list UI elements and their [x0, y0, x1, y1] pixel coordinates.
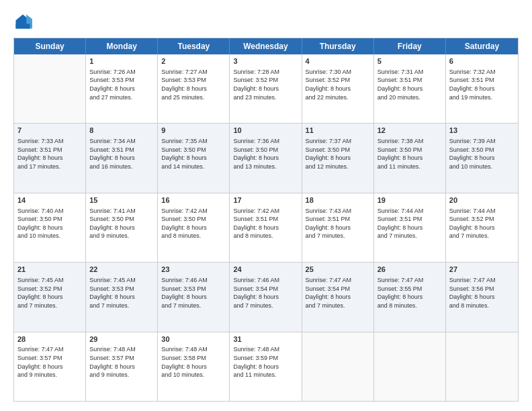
day-info: Sunrise: 7:47 AM Sunset: 3:55 PM Dayligh…: [378, 276, 442, 310]
calendar-cell: 9Sunrise: 7:35 AM Sunset: 3:50 PM Daylig…: [158, 124, 230, 192]
calendar-cell: [14, 54, 86, 123]
calendar-cell: 12Sunrise: 7:38 AM Sunset: 3:50 PM Dayli…: [374, 124, 446, 192]
calendar: SundayMondayTuesdayWednesdayThursdayFrid…: [13, 38, 519, 402]
calendar-cell: 10Sunrise: 7:36 AM Sunset: 3:50 PM Dayli…: [230, 124, 302, 192]
calendar-cell: 3Sunrise: 7:28 AM Sunset: 3:52 PM Daylig…: [230, 54, 302, 123]
calendar-cell: [302, 332, 374, 401]
day-number: 22: [89, 265, 154, 275]
calendar-cell: 22Sunrise: 7:45 AM Sunset: 3:53 PM Dayli…: [86, 263, 158, 331]
calendar-cell: 25Sunrise: 7:47 AM Sunset: 3:54 PM Dayli…: [302, 263, 374, 331]
calendar-row-1: 1Sunrise: 7:26 AM Sunset: 3:53 PM Daylig…: [14, 54, 518, 124]
day-info: Sunrise: 7:47 AM Sunset: 3:54 PM Dayligh…: [306, 276, 370, 310]
calendar-cell: 19Sunrise: 7:44 AM Sunset: 3:51 PM Dayli…: [374, 193, 446, 262]
day-info: Sunrise: 7:44 AM Sunset: 3:51 PM Dayligh…: [378, 207, 442, 240]
calendar-cell: [446, 332, 518, 401]
calendar-cell: 24Sunrise: 7:46 AM Sunset: 3:54 PM Dayli…: [230, 263, 302, 331]
day-number: 28: [17, 334, 82, 345]
calendar-cell: 15Sunrise: 7:41 AM Sunset: 3:50 PM Dayli…: [86, 193, 158, 262]
header-day-tuesday: Tuesday: [158, 38, 230, 54]
day-info: Sunrise: 7:47 AM Sunset: 3:56 PM Dayligh…: [449, 276, 515, 310]
calendar-cell: 8Sunrise: 7:34 AM Sunset: 3:51 PM Daylig…: [86, 124, 158, 192]
calendar-cell: 23Sunrise: 7:46 AM Sunset: 3:53 PM Dayli…: [158, 263, 230, 331]
day-info: Sunrise: 7:47 AM Sunset: 3:57 PM Dayligh…: [17, 345, 82, 379]
calendar-body: 1Sunrise: 7:26 AM Sunset: 3:53 PM Daylig…: [14, 54, 518, 401]
day-info: Sunrise: 7:35 AM Sunset: 3:50 PM Dayligh…: [161, 137, 226, 171]
day-number: 13: [449, 126, 515, 136]
calendar-cell: 6Sunrise: 7:32 AM Sunset: 3:51 PM Daylig…: [446, 54, 518, 123]
day-number: 11: [306, 126, 370, 136]
day-number: 20: [449, 195, 515, 205]
day-info: Sunrise: 7:26 AM Sunset: 3:53 PM Dayligh…: [89, 68, 154, 101]
header-day-sunday: Sunday: [14, 38, 86, 54]
day-number: 10: [233, 126, 298, 136]
calendar-cell: 30Sunrise: 7:48 AM Sunset: 3:58 PM Dayli…: [158, 332, 230, 401]
day-number: 18: [306, 195, 370, 205]
header-day-monday: Monday: [86, 38, 158, 54]
header-day-thursday: Thursday: [302, 38, 374, 54]
day-info: Sunrise: 7:46 AM Sunset: 3:54 PM Dayligh…: [233, 276, 298, 310]
calendar-header: SundayMondayTuesdayWednesdayThursdayFrid…: [14, 38, 518, 54]
calendar-cell: 13Sunrise: 7:39 AM Sunset: 3:50 PM Dayli…: [446, 124, 518, 192]
calendar-cell: 7Sunrise: 7:33 AM Sunset: 3:51 PM Daylig…: [14, 124, 86, 192]
day-number: 17: [233, 195, 298, 205]
logo: [13, 12, 35, 31]
calendar-cell: 4Sunrise: 7:30 AM Sunset: 3:52 PM Daylig…: [302, 54, 374, 123]
day-info: Sunrise: 7:42 AM Sunset: 3:51 PM Dayligh…: [233, 207, 298, 240]
day-info: Sunrise: 7:46 AM Sunset: 3:53 PM Dayligh…: [161, 276, 226, 310]
day-number: 21: [17, 265, 82, 275]
day-number: 16: [161, 195, 226, 205]
calendar-cell: [374, 332, 446, 401]
day-info: Sunrise: 7:36 AM Sunset: 3:50 PM Dayligh…: [233, 137, 298, 171]
header-day-wednesday: Wednesday: [230, 38, 302, 54]
day-info: Sunrise: 7:43 AM Sunset: 3:51 PM Dayligh…: [306, 207, 370, 240]
day-number: 12: [378, 126, 442, 136]
day-info: Sunrise: 7:48 AM Sunset: 3:58 PM Dayligh…: [161, 345, 226, 379]
day-number: 29: [89, 334, 154, 345]
day-info: Sunrise: 7:37 AM Sunset: 3:50 PM Dayligh…: [306, 137, 370, 171]
day-number: 8: [89, 126, 154, 136]
calendar-cell: 31Sunrise: 7:48 AM Sunset: 3:59 PM Dayli…: [230, 332, 302, 401]
header-day-friday: Friday: [374, 38, 446, 54]
calendar-row-4: 21Sunrise: 7:45 AM Sunset: 3:52 PM Dayli…: [14, 263, 518, 332]
day-info: Sunrise: 7:31 AM Sunset: 3:51 PM Dayligh…: [378, 68, 442, 101]
day-info: Sunrise: 7:45 AM Sunset: 3:52 PM Dayligh…: [17, 276, 82, 310]
day-info: Sunrise: 7:30 AM Sunset: 3:52 PM Dayligh…: [306, 68, 370, 101]
calendar-cell: 26Sunrise: 7:47 AM Sunset: 3:55 PM Dayli…: [374, 263, 446, 331]
day-info: Sunrise: 7:38 AM Sunset: 3:50 PM Dayligh…: [378, 137, 442, 171]
day-number: 4: [306, 56, 370, 66]
day-number: 30: [161, 334, 226, 345]
day-info: Sunrise: 7:41 AM Sunset: 3:50 PM Dayligh…: [89, 207, 154, 240]
calendar-cell: 28Sunrise: 7:47 AM Sunset: 3:57 PM Dayli…: [14, 332, 86, 401]
calendar-cell: 21Sunrise: 7:45 AM Sunset: 3:52 PM Dayli…: [14, 263, 86, 331]
calendar-cell: 11Sunrise: 7:37 AM Sunset: 3:50 PM Dayli…: [302, 124, 374, 192]
day-number: 25: [306, 265, 370, 275]
day-info: Sunrise: 7:34 AM Sunset: 3:51 PM Dayligh…: [89, 137, 154, 171]
calendar-cell: 2Sunrise: 7:27 AM Sunset: 3:53 PM Daylig…: [158, 54, 230, 123]
svg-rect-2: [16, 24, 30, 29]
day-info: Sunrise: 7:40 AM Sunset: 3:50 PM Dayligh…: [17, 207, 82, 240]
day-info: Sunrise: 7:45 AM Sunset: 3:53 PM Dayligh…: [89, 276, 154, 310]
day-number: 14: [17, 195, 82, 205]
calendar-cell: 14Sunrise: 7:40 AM Sunset: 3:50 PM Dayli…: [14, 193, 86, 262]
day-number: 24: [233, 265, 298, 275]
day-number: 5: [378, 56, 442, 66]
calendar-cell: 27Sunrise: 7:47 AM Sunset: 3:56 PM Dayli…: [446, 263, 518, 331]
day-info: Sunrise: 7:39 AM Sunset: 3:50 PM Dayligh…: [449, 137, 515, 171]
day-info: Sunrise: 7:33 AM Sunset: 3:51 PM Dayligh…: [17, 137, 82, 171]
header: [13, 12, 519, 31]
calendar-cell: 5Sunrise: 7:31 AM Sunset: 3:51 PM Daylig…: [374, 54, 446, 123]
calendar-cell: 29Sunrise: 7:48 AM Sunset: 3:57 PM Dayli…: [86, 332, 158, 401]
calendar-cell: 17Sunrise: 7:42 AM Sunset: 3:51 PM Dayli…: [230, 193, 302, 262]
day-number: 2: [161, 56, 226, 66]
header-day-saturday: Saturday: [446, 38, 518, 54]
day-info: Sunrise: 7:42 AM Sunset: 3:50 PM Dayligh…: [161, 207, 226, 240]
day-info: Sunrise: 7:28 AM Sunset: 3:52 PM Dayligh…: [233, 68, 298, 101]
day-number: 3: [233, 56, 298, 66]
logo-icon: [13, 12, 32, 31]
calendar-cell: 20Sunrise: 7:44 AM Sunset: 3:52 PM Dayli…: [446, 193, 518, 262]
calendar-row-2: 7Sunrise: 7:33 AM Sunset: 3:51 PM Daylig…: [14, 124, 518, 193]
day-number: 6: [449, 56, 515, 66]
day-number: 27: [449, 265, 515, 275]
day-info: Sunrise: 7:32 AM Sunset: 3:51 PM Dayligh…: [449, 68, 515, 101]
day-number: 19: [378, 195, 442, 205]
